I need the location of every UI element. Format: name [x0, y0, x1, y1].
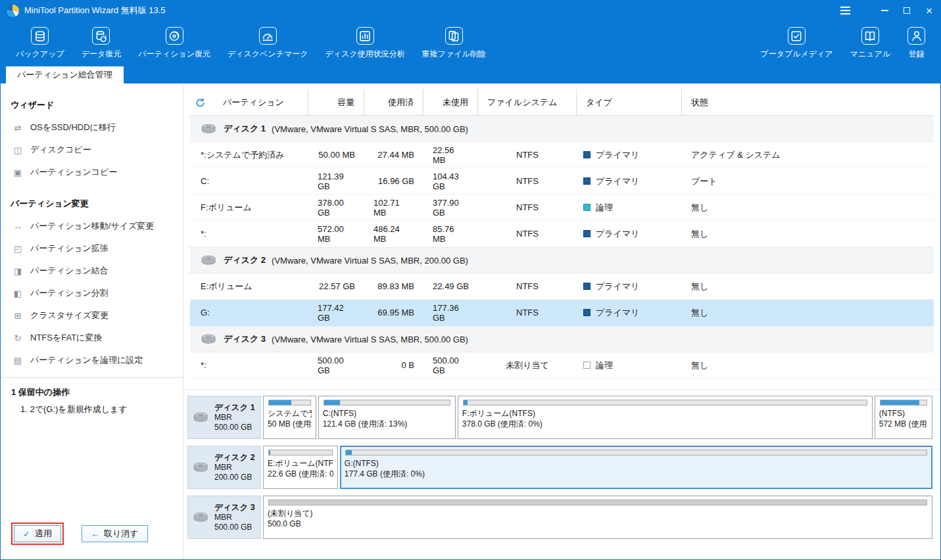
diskmap-partition-block[interactable]: システムで予約50 MB (使用済 — [263, 396, 316, 439]
status-cell: 無し — [682, 221, 934, 246]
disk-group-row[interactable]: ディスク 1(VMware, VMware Virtual S SAS, MBR… — [190, 116, 934, 142]
sidebar-item-cluster-size[interactable]: ⊞クラスタサイズ変更 — [1, 304, 183, 327]
sidebar-item-label: クラスタサイズ変更 — [30, 310, 109, 321]
partition-cell: *: — [190, 221, 308, 246]
undo-button[interactable]: ← 取り消す — [82, 525, 148, 542]
diskmap-partition-block[interactable]: E:ボリューム(NTFS)22.6 GB (使用済: 0%) — [263, 446, 338, 489]
col-header-unused: 未使用 — [423, 89, 478, 116]
unused-cell: 85.76 MB — [423, 221, 478, 246]
partition-block-size: 177.4 GB (使用済: 0%) — [345, 469, 928, 479]
diskmap-partition-block[interactable]: (NTFS)572 MB (使用 — [875, 396, 932, 439]
apply-button-label: 適用 — [35, 528, 52, 540]
partition-type-square — [583, 151, 591, 158]
move-resize-icon: ↔ — [12, 222, 23, 231]
diskmap-partition-block[interactable]: F:ボリューム(NTFS)378.0 GB (使用済: 0%) — [458, 396, 873, 439]
refresh-icon[interactable] — [194, 97, 206, 108]
partition-row[interactable]: F:ボリューム378.00 GB102.71 MB377.90 GBNTFS論理… — [190, 195, 934, 221]
col-header-used: 使用済 — [364, 89, 423, 116]
disk-info: (VMware, VMware Virtual S SAS, MBR, 500.… — [272, 124, 468, 134]
partition-cell: *:システムで予約済み — [190, 142, 308, 168]
sidebar-item-ntfs-to-fat[interactable]: ↻NTFSをFATに変換 — [1, 327, 183, 349]
toolbar-space-analyzer-button[interactable]: ディスク使用状況分析 — [316, 20, 413, 66]
type-cell: プライマリ — [577, 168, 682, 194]
toolbar-partition-recovery-button[interactable]: パーティション復元 — [130, 20, 219, 66]
diskmap-disk-name: ディスク 1 — [214, 403, 255, 413]
diskmap-disk-label[interactable]: ディスク 2MBR200.00 GB — [187, 446, 261, 489]
type-cell: プライマリ — [577, 221, 682, 246]
type-cell: 論理 — [577, 352, 682, 378]
usage-fill — [881, 400, 920, 405]
filesystem-cell: NTFS — [478, 221, 577, 246]
toolbar-manual-button[interactable]: マニュアル — [842, 20, 899, 66]
partition-type-square — [583, 309, 591, 316]
tab-partition-management[interactable]: パーティション総合管理 — [6, 66, 124, 83]
status-cell: ブート — [682, 168, 934, 194]
sidebar-item-migrate-os[interactable]: ⇄OSをSSD/HDDに移行 — [1, 116, 183, 139]
col-header-capacity: 容量 — [308, 89, 364, 116]
menu-icon[interactable] — [834, 1, 856, 20]
partition-row[interactable]: G:177.42 GB69.95 MB177.36 GBNTFSプライマリ無し — [190, 300, 934, 326]
apply-button-highlight: ✓ 適用 — [11, 523, 64, 545]
type-label: プライマリ — [596, 149, 640, 161]
sidebar-item-split[interactable]: ◧パーティション分割 — [1, 282, 183, 304]
table-header-row: パーティション 容量 使用済 未使用 ファイルシステム タイプ 状態 — [190, 89, 934, 116]
diskmap-disk-label[interactable]: ディスク 3MBR500.00 GB — [187, 496, 261, 539]
unused-cell: 104.43 GB — [423, 168, 478, 194]
minimize-button[interactable] — [873, 1, 896, 20]
disk-group-row[interactable]: ディスク 3(VMware, VMware Virtual S SAS, MBR… — [190, 326, 934, 352]
filesystem-cell: NTFS — [478, 142, 577, 168]
partition-recovery-icon — [166, 27, 183, 45]
type-label: プライマリ — [596, 175, 640, 187]
toolbar-register-label: 登録 — [909, 49, 925, 60]
toolbar-duplicate-remover-button[interactable]: 重複ファイル削除 — [414, 20, 495, 66]
partition-cell: E:ボリューム — [190, 273, 308, 299]
disk-group-row[interactable]: ディスク 2(VMware, VMware Virtual S SAS, MBR… — [190, 247, 934, 273]
sidebar-item-extend[interactable]: ◰パーティション拡張 — [1, 237, 183, 260]
partition-row[interactable]: *:システムで予約済み50.00 MB27.44 MB22.56 MBNTFSプ… — [190, 142, 934, 168]
close-button[interactable]: × — [918, 1, 940, 20]
usage-fill — [269, 450, 270, 455]
diskmap-row: ディスク 2MBR200.00 GBE:ボリューム(NTFS)22.6 GB (… — [187, 446, 932, 489]
partition-row[interactable]: *:500.00 GB0 B500.00 GB未割り当て論理無し — [190, 352, 934, 379]
sidebar-item-move-resize[interactable]: ↔パーティション移動/サイズ変更 — [1, 215, 183, 237]
partition-row[interactable]: *:572.00 MB486.24 MB85.76 MBNTFSプライマリ無し — [190, 221, 934, 247]
diskmap-disk-size: 500.00 GB — [214, 523, 255, 532]
toolbar-register-button[interactable]: 登録 — [899, 20, 934, 66]
diskmap-partition-block[interactable]: C:(NTFS)121.4 GB (使用済: 13%) — [318, 396, 456, 439]
diskmap-partition-block[interactable]: G:(NTFS)177.4 GB (使用済: 0%) — [340, 446, 932, 489]
disk-icon — [201, 333, 218, 345]
partition-block-size: 572 MB (使用 — [879, 419, 928, 429]
sidebar-item-label: パーティション拡張 — [30, 243, 109, 254]
capacity-cell: 177.42 GB — [308, 300, 364, 325]
sidebar-section-title: パーティション変更 — [1, 198, 183, 210]
sidebar-item-partition-copy[interactable]: ▣パーティションコピー — [1, 161, 183, 183]
table-body: ディスク 1(VMware, VMware Virtual S SAS, MBR… — [190, 116, 934, 379]
toolbar-backup-label: バックアップ — [16, 49, 64, 60]
sidebar-item-disk-copy[interactable]: ◫ディスクコピー — [1, 139, 183, 161]
close-icon: × — [926, 5, 932, 16]
partition-cell: *: — [190, 352, 308, 378]
unused-cell: 177.36 GB — [423, 300, 478, 325]
partition-row[interactable]: E:ボリューム22.57 GB89.83 MB22.49 GBNTFSプライマリ… — [190, 273, 934, 300]
usage-bar — [324, 400, 450, 406]
sidebar-item-label: NTFSをFATに変換 — [30, 332, 102, 344]
partition-block-name: C:(NTFS) — [323, 408, 451, 419]
maximize-button[interactable] — [896, 1, 918, 20]
type-label: プライマリ — [596, 228, 640, 240]
toolbar-disk-benchmark-label: ディスクベンチマーク — [228, 49, 308, 60]
toolbar-backup-button[interactable]: バックアップ — [7, 20, 73, 66]
toolbar-bootable-media-button[interactable]: ブータブルメディア — [752, 20, 841, 66]
partition-block-size: 500.0 GB — [268, 519, 928, 529]
toolbar-disk-benchmark-button[interactable]: ディスクベンチマーク — [219, 20, 317, 66]
sidebar-item-merge[interactable]: ◨パーティション結合 — [1, 260, 183, 282]
sidebar-item-set-logical[interactable]: ▤パーティションを論理に設定 — [1, 349, 183, 371]
type-cell: プライマリ — [577, 273, 682, 299]
migrate-os-icon: ⇄ — [12, 123, 23, 133]
diskmap-partition-block[interactable]: (未割り当て)500.0 GB — [263, 496, 932, 539]
type-label: プライマリ — [596, 307, 640, 319]
diskmap-disk-label[interactable]: ディスク 1MBR500.00 GB — [187, 396, 261, 439]
partition-row[interactable]: C:121.39 GB16.96 GB104.43 GBNTFSプライマリブート — [190, 168, 934, 195]
diskmap-disk-text: ディスク 1MBR500.00 GB — [214, 403, 255, 432]
toolbar-data-recovery-button[interactable]: データ復元 — [73, 20, 130, 66]
apply-button[interactable]: ✓ 適用 — [14, 525, 61, 542]
